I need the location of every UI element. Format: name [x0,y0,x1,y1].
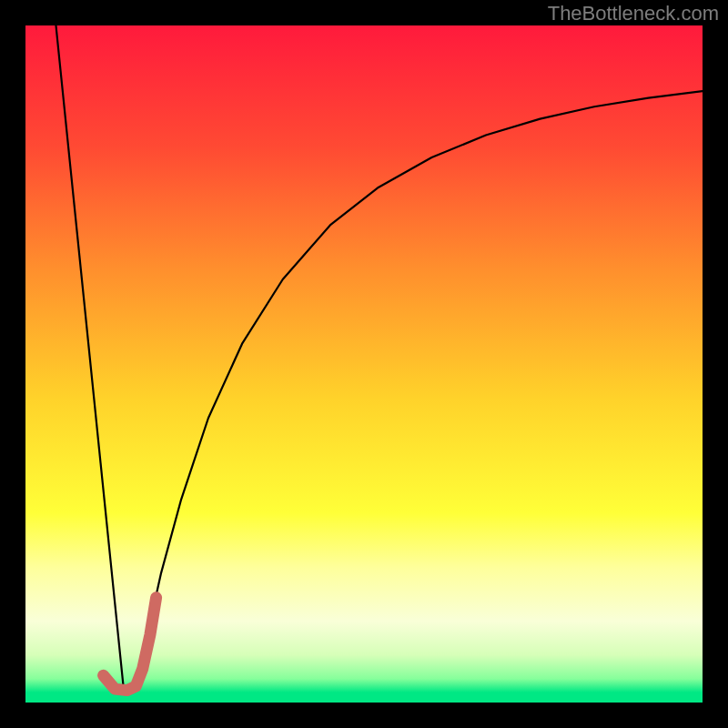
plot-background [25,25,703,703]
attribution-text: TheBottleneck.com [548,2,719,25]
bottleneck-chart [0,0,728,728]
chart-frame: TheBottleneck.com [0,0,728,728]
